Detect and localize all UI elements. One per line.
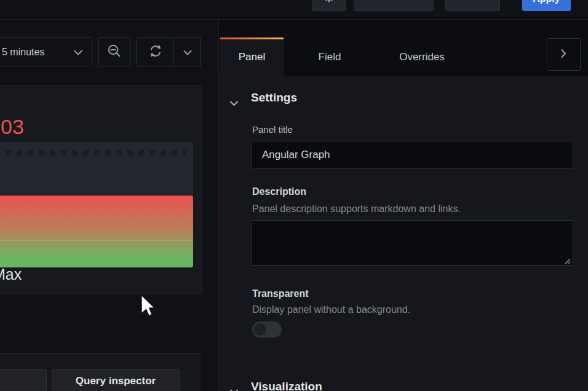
panel-preview-card: 03 Max (0, 85, 202, 294)
gauge-gradient-bar (0, 196, 193, 267)
apply-button[interactable]: Apply (522, 0, 571, 11)
header-button-save[interactable] (445, 0, 500, 11)
gauge-threshold-dotted-line (6, 150, 186, 156)
gauge-level-line (0, 240, 193, 241)
visualization-collapse-toggle[interactable] (229, 386, 239, 391)
zoom-out-button[interactable] (98, 38, 130, 66)
collapse-pane-button[interactable] (547, 38, 581, 71)
refresh-interval-dropdown[interactable] (174, 38, 201, 66)
tab-field[interactable]: Field (296, 38, 364, 76)
transparent-toggle[interactable] (252, 322, 282, 338)
gauge-empty-track (0, 142, 193, 195)
tab-overrides-label: Overrides (399, 51, 445, 63)
tab-panel[interactable]: Panel (220, 38, 284, 76)
mouse-cursor-icon (141, 294, 157, 320)
query-inspector-button[interactable]: Query inspector (52, 369, 180, 391)
chevron-down-icon (183, 47, 192, 58)
chevron-down-icon (229, 98, 239, 108)
description-textarea[interactable] (252, 220, 573, 266)
grafana-panel-editor: Apply 5 minutes (0, 0, 588, 391)
toggle-knob (254, 323, 266, 336)
settings-collapse-toggle[interactable] (229, 98, 239, 109)
apply-button-label: Apply (533, 0, 560, 4)
section-divider (219, 368, 588, 368)
gauge-value: 03 (1, 115, 24, 139)
panel-title-input[interactable] (252, 141, 573, 169)
description-help-text: Panel description supports markdown and … (252, 203, 461, 215)
panel-title-label: Panel title (252, 124, 293, 135)
visualization-section-title: Visualization (251, 380, 322, 391)
settings-section-title: Settings (251, 91, 297, 105)
tab-overrides[interactable]: Overrides (376, 38, 468, 76)
tab-panel-label: Panel (239, 51, 265, 63)
transparent-help-text: Display panel without a background. (252, 304, 410, 315)
time-range-label: 5 minutes (2, 47, 44, 58)
resize-handle-icon[interactable] (563, 256, 571, 267)
time-range-picker[interactable]: 5 minutes (0, 38, 92, 66)
query-tab-button[interactable] (0, 369, 47, 391)
refresh-button-group (137, 38, 201, 66)
zoom-out-icon (106, 43, 122, 61)
chevron-right-icon (561, 49, 566, 61)
gauge-series-label: Max (0, 266, 22, 283)
panel-settings-button[interactable] (312, 0, 346, 11)
tab-field-label: Field (319, 51, 341, 63)
panel-options-pane: Panel Field Overrides Settings Panel tit… (218, 20, 588, 391)
chevron-down-icon (73, 47, 83, 58)
query-inspector-label: Query inspector (76, 375, 156, 387)
refresh-icon (148, 43, 164, 61)
refresh-button[interactable] (137, 38, 174, 66)
chevron-down-icon (229, 386, 239, 391)
gear-icon (324, 0, 334, 5)
header-button-discard[interactable] (354, 0, 434, 11)
transparent-label: Transparent (252, 288, 309, 299)
description-label: Description (252, 186, 306, 197)
